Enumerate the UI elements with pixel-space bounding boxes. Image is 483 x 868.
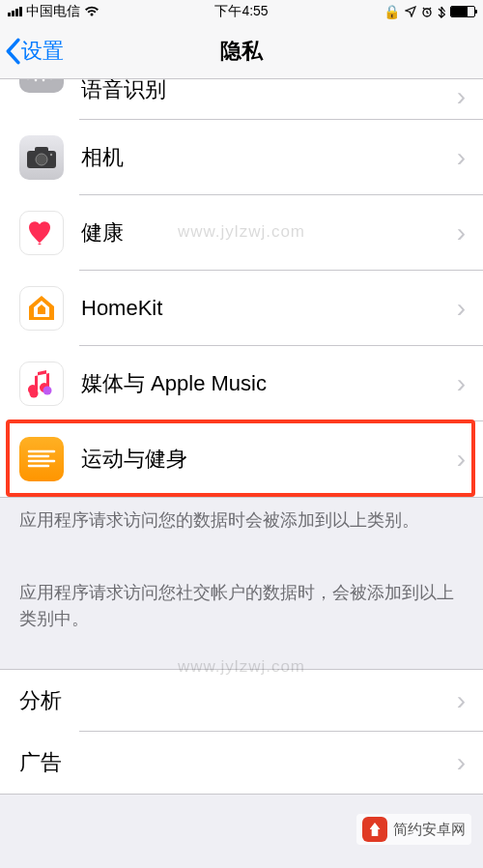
item-homekit[interactable]: HomeKit › <box>0 271 483 346</box>
item-label: 媒体与 Apple Music <box>81 369 457 398</box>
settings-group-1: 语音识别 › 相机 › 健康 › HomeKit › 媒体与 Apple Mus… <box>0 79 483 498</box>
footer-text-1: 应用程序请求访问您的数据时会被添加到以上类别。 <box>0 498 483 534</box>
signal-icon <box>8 7 22 16</box>
status-time: 下午4:55 <box>214 3 268 20</box>
camera-icon <box>19 135 64 180</box>
status-left: 中国电信 <box>8 3 99 20</box>
chevron-right-icon: › <box>457 217 466 248</box>
settings-group-2: 分析 › 广告 › <box>0 669 483 795</box>
bluetooth-icon <box>438 6 445 18</box>
item-label: 分析 <box>19 686 457 715</box>
back-label: 设置 <box>21 37 64 66</box>
back-button[interactable]: 设置 <box>0 37 64 66</box>
item-media-music[interactable]: 媒体与 Apple Music › <box>0 346 483 421</box>
nav-bar: 设置 隐私 <box>0 23 483 79</box>
alarm-icon <box>421 6 433 17</box>
item-label: 相机 <box>81 143 457 172</box>
svg-rect-3 <box>35 147 48 153</box>
item-camera[interactable]: 相机 › <box>0 120 483 195</box>
watermark: www.jylzwj.com <box>178 222 305 242</box>
item-label: HomeKit <box>81 296 457 321</box>
item-label: 广告 <box>19 748 457 777</box>
lock-icon: 🔒 <box>384 4 400 19</box>
speech-icon <box>19 79 64 93</box>
homekit-icon <box>19 286 64 331</box>
svg-point-5 <box>30 390 39 398</box>
item-motion-fitness[interactable]: 运动与健身 › <box>0 421 483 497</box>
brand-badge: 简约安卓网 <box>356 814 471 845</box>
watermark: www.jylzwj.com <box>178 657 305 677</box>
chevron-right-icon: › <box>457 293 466 324</box>
location-icon <box>405 6 416 17</box>
item-label: 语音识别 <box>81 79 457 104</box>
page-title: 隐私 <box>220 37 263 66</box>
svg-point-6 <box>43 387 52 395</box>
carrier-label: 中国电信 <box>26 3 80 20</box>
chevron-right-icon: › <box>457 79 466 112</box>
battery-icon <box>450 6 475 17</box>
item-advertising[interactable]: 广告 › <box>0 732 483 794</box>
wifi-icon <box>84 6 99 17</box>
svg-point-4 <box>50 154 52 156</box>
footer-text-2: 应用程序请求访问您社交帐户的数据时，会被添加到以上类别中。 <box>0 570 483 632</box>
chevron-right-icon: › <box>457 142 466 173</box>
chevron-right-icon: › <box>457 685 466 716</box>
item-analytics[interactable]: 分析 › <box>0 670 483 732</box>
chevron-right-icon: › <box>457 444 466 475</box>
motion-icon <box>19 437 64 481</box>
chevron-left-icon <box>4 38 21 65</box>
item-speech-recognition[interactable]: 语音识别 › <box>0 79 483 120</box>
chevron-right-icon: › <box>457 747 466 778</box>
chevron-right-icon: › <box>457 368 466 399</box>
status-bar: 中国电信 下午4:55 🔒 <box>0 0 483 23</box>
health-icon <box>19 211 64 255</box>
brand-logo-icon <box>362 817 387 842</box>
svg-point-2 <box>36 154 47 165</box>
brand-label: 简约安卓网 <box>393 821 466 839</box>
status-right: 🔒 <box>384 4 475 19</box>
item-label: 运动与健身 <box>81 445 457 474</box>
music-icon <box>19 362 64 406</box>
